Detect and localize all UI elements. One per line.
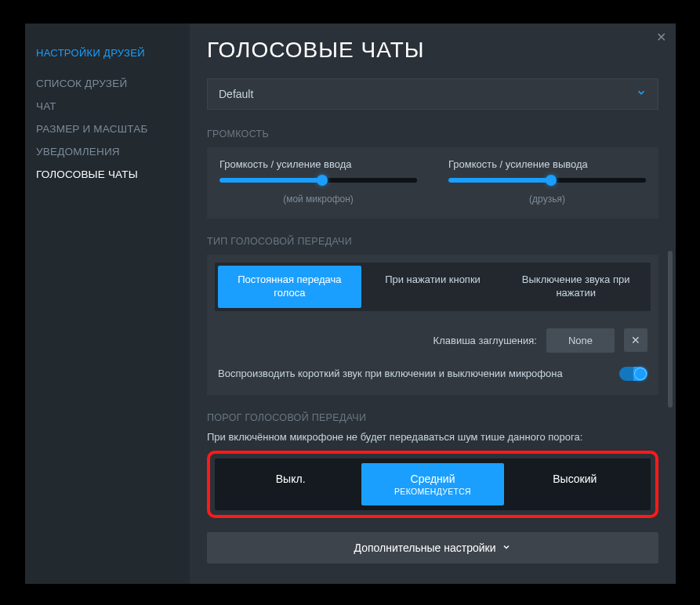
mute-key-binding[interactable]: None [546,328,615,353]
close-icon[interactable]: ✕ [656,30,666,45]
sidebar: НАСТРОЙКИ ДРУЗЕЙ СПИСОК ДРУЗЕЙ ЧАТ РАЗМЕ… [25,24,190,584]
threshold-option-off[interactable]: Выкл. [219,463,361,505]
input-volume-label: Громкость / усиление ввода [219,158,417,170]
main-content: ГОЛОСОВЫЕ ЧАТЫ Default ГРОМКОСТЬ Громкос… [190,24,676,584]
threshold-option-medium-label: Средний [411,473,455,485]
threshold-description: При включённом микрофоне не будет переда… [207,431,658,443]
threshold-option-high-label: Высокий [553,473,597,485]
threshold-section-label: ПОРОГ ГОЛОСОВОЙ ПЕРЕДАЧИ [207,412,658,423]
chevron-down-icon [636,87,647,101]
volume-section-label: ГРОМКОСТЬ [207,129,658,139]
threshold-option-medium-sub: РЕКОМЕНДУЕТСЯ [368,487,497,496]
transmit-option-open-mic[interactable]: Постоянная передача голоса [218,266,361,308]
page-title: ГОЛОСОВЫЕ ЧАТЫ [207,38,658,63]
output-volume-slider[interactable] [448,178,646,183]
output-volume-label: Громкость / усиление вывода [448,158,646,170]
threshold-option-high[interactable]: Высокий [504,463,646,505]
advanced-settings-button[interactable]: Дополнительные настройки [207,532,658,563]
transmit-section-label: ТИП ГОЛОСОВОЙ ПЕРЕДАЧИ [207,236,658,247]
sidebar-item-size-scale[interactable]: РАЗМЕР И МАСШТАБ [36,123,179,135]
mute-key-clear-button[interactable]: ✕ [624,328,647,352]
transmit-panel: Постоянная передача голоса При нажатии к… [207,255,658,395]
transmit-segmented-control: Постоянная передача голоса При нажатии к… [215,263,651,311]
transmit-option-push-to-mute[interactable]: Выключение звука при нажатии [504,266,647,308]
input-volume-sublabel: (мой микрофон) [219,194,417,205]
mic-sound-toggle[interactable] [619,367,647,381]
threshold-highlight: Выкл. Средний РЕКОМЕНДУЕТСЯ Высокий [207,451,658,518]
input-volume-slider[interactable] [219,178,417,183]
volume-panel: Громкость / усиление ввода (мой микрофон… [207,147,658,219]
mute-key-row: Клавиша заглушения: None ✕ [215,328,651,353]
threshold-option-off-label: Выкл. [276,473,306,485]
input-volume-group: Громкость / усиление ввода (мой микрофон… [219,158,417,205]
output-volume-sublabel: (друзья) [448,194,646,205]
mute-key-label: Клавиша заглушения: [433,335,537,346]
sidebar-title: НАСТРОЙКИ ДРУЗЕЙ [36,47,179,59]
device-dropdown-value: Default [219,88,253,100]
mic-sound-row: Воспроизводить короткий звук при включен… [215,367,651,381]
sidebar-item-notifications[interactable]: УВЕДОМЛЕНИЯ [36,146,179,158]
advanced-settings-label: Дополнительные настройки [354,542,496,554]
device-dropdown[interactable]: Default [207,78,658,110]
sidebar-item-voice-chats[interactable]: ГОЛОСОВЫЕ ЧАТЫ [36,168,179,180]
scrollbar[interactable] [668,251,673,408]
chevron-down-icon [502,542,511,554]
settings-window: ✕ НАСТРОЙКИ ДРУЗЕЙ СПИСОК ДРУЗЕЙ ЧАТ РАЗ… [25,24,676,584]
transmit-option-push-to-talk[interactable]: При нажатии кнопки [361,266,505,308]
sidebar-item-chat[interactable]: ЧАТ [36,100,179,112]
threshold-option-medium[interactable]: Средний РЕКОМЕНДУЕТСЯ [361,463,503,505]
output-volume-group: Громкость / усиление вывода (друзья) [448,158,646,205]
threshold-segmented-control: Выкл. Средний РЕКОМЕНДУЕТСЯ Высокий [215,458,651,510]
sidebar-item-friends-list[interactable]: СПИСОК ДРУЗЕЙ [36,78,179,89]
mic-sound-label: Воспроизводить короткий звук при включен… [218,368,563,379]
